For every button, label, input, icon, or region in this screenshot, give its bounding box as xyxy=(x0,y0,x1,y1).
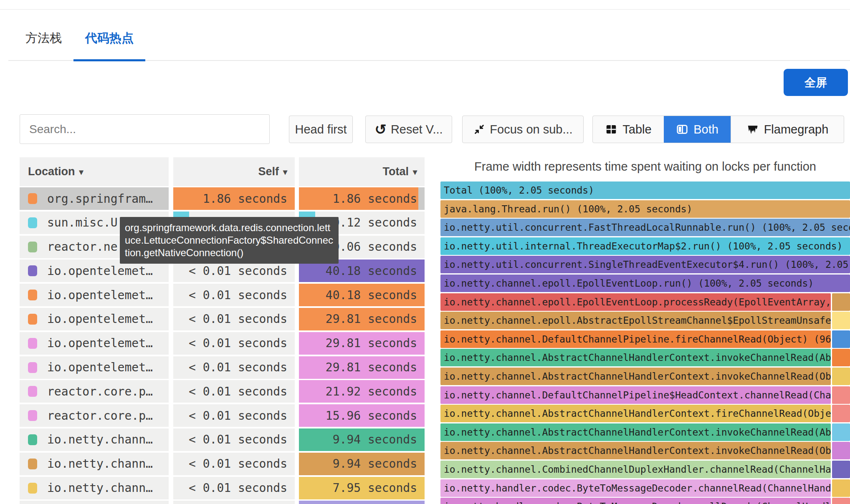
flame-frame-sibling[interactable] xyxy=(832,330,850,348)
function-color-swatch xyxy=(28,386,37,397)
self-cell[interactable]: < 0.01 seconds xyxy=(173,380,295,403)
flamegraph-row: io.netty.channel.AbstractChannelHandlerC… xyxy=(440,349,850,366)
flame-frame[interactable]: io.netty.channel.CombinedChannelDuplexHa… xyxy=(440,461,831,478)
location-cell[interactable]: io.netty.chann… xyxy=(20,477,169,499)
self-header-label: Self xyxy=(258,165,279,178)
table-row[interactable]: io.netty.chann…< 0.01 seconds9.94 second… xyxy=(20,453,427,475)
table-row[interactable]: reactor.core.p…< 0.01 seconds21.92 secon… xyxy=(20,380,427,403)
flame-frame[interactable]: io.netty.channel.AbstractChannelHandlerC… xyxy=(440,442,831,459)
flame-frame[interactable]: Total (100%, 2.05 seconds) xyxy=(440,181,850,199)
total-cell[interactable]: 9.94 seconds xyxy=(299,453,425,475)
location-cell[interactable]: io.opentelemet… xyxy=(20,356,169,379)
flame-frame-sibling[interactable] xyxy=(832,386,850,404)
location-label: io.opentelemet… xyxy=(47,360,153,374)
total-cell[interactable]: 15.96 seconds xyxy=(299,404,425,427)
view-table-button[interactable]: Table xyxy=(593,116,664,143)
flame-frame-sibling[interactable] xyxy=(832,293,850,311)
total-cell[interactable] xyxy=(299,501,425,504)
flame-frame-sibling[interactable] xyxy=(832,423,850,441)
location-cell[interactable]: org.springfram… xyxy=(20,187,169,210)
view-both-button[interactable]: Both xyxy=(664,116,731,143)
flame-frame[interactable]: io.netty.channel.epoll.EpollEventLoop.ru… xyxy=(440,275,850,292)
self-cell[interactable]: < 0.01 seconds xyxy=(173,284,295,306)
head-first-button[interactable]: Head first xyxy=(289,116,353,143)
tab-code-hotspots[interactable]: 代码热点 xyxy=(73,17,145,60)
location-cell[interactable]: reactor.core.p… xyxy=(20,404,169,427)
column-header-total[interactable]: Total ▾ xyxy=(299,157,425,186)
column-header-location[interactable]: Location ▾ xyxy=(20,157,169,186)
total-cell[interactable]: 29.81 seconds xyxy=(299,308,425,330)
table-row[interactable] xyxy=(20,501,427,504)
table-row[interactable]: io.opentelemet…< 0.01 seconds40.18 secon… xyxy=(20,284,427,306)
self-cell-value: < 0.01 seconds xyxy=(189,385,287,398)
flame-frame[interactable]: io.netty.util.concurrent.SingleThreadEve… xyxy=(440,256,850,273)
flame-frame-sibling[interactable] xyxy=(832,498,850,504)
self-cell[interactable]: < 0.01 seconds xyxy=(173,428,295,451)
flame-frame-sibling[interactable] xyxy=(832,479,850,497)
table-row[interactable]: io.netty.chann…< 0.01 seconds9.94 second… xyxy=(20,428,427,451)
flame-frame-sibling[interactable] xyxy=(832,405,850,422)
flame-frame[interactable]: io.netty.util.internal.ThreadExecutorMap… xyxy=(440,237,850,255)
self-cell[interactable]: 1.86 seconds xyxy=(173,187,295,210)
self-cell[interactable]: < 0.01 seconds xyxy=(173,453,295,475)
flamegraph-row: io.netty.channel.CombinedChannelDuplexHa… xyxy=(440,461,850,478)
function-color-swatch xyxy=(28,362,37,373)
self-cell[interactable] xyxy=(173,501,295,504)
self-cell[interactable]: < 0.01 seconds xyxy=(173,404,295,427)
function-color-swatch xyxy=(28,459,37,469)
total-cell[interactable]: 40.18 seconds xyxy=(299,284,425,306)
total-cell[interactable]: 29.81 seconds xyxy=(299,332,425,355)
fullscreen-button[interactable]: 全屏 xyxy=(784,69,848,96)
table-row[interactable]: io.opentelemet…< 0.01 seconds29.81 secon… xyxy=(20,332,427,355)
frame-tooltip: org.springframework.data.redis.connectio… xyxy=(120,217,339,264)
view-both-label: Both xyxy=(693,123,718,136)
table-row[interactable]: io.opentelemet…< 0.01 seconds29.81 secon… xyxy=(20,308,427,330)
total-cell[interactable]: 29.81 seconds xyxy=(299,356,425,379)
flame-frame[interactable]: io.netty.handler.codec.ByteToMessageDeco… xyxy=(440,479,831,497)
table-row[interactable]: org.springfram…1.86 seconds1.86 seconds xyxy=(20,187,427,210)
focus-subtree-button[interactable]: Focus on sub... xyxy=(462,116,584,143)
tab-method-stack[interactable]: 方法栈 xyxy=(14,17,73,60)
location-cell[interactable] xyxy=(20,501,169,504)
table-row[interactable]: reactor.core.p…< 0.01 seconds15.96 secon… xyxy=(20,404,427,427)
flame-frame[interactable]: io.netty.channel.AbstractChannelHandlerC… xyxy=(440,405,831,422)
self-cell[interactable]: < 0.01 seconds xyxy=(173,308,295,330)
flame-frame[interactable]: io.netty.channel.epoll.EpollEventLoop.pr… xyxy=(440,293,831,311)
location-cell[interactable]: io.netty.chann… xyxy=(20,428,169,451)
location-cell[interactable]: io.opentelemet… xyxy=(20,332,169,355)
reset-view-button[interactable]: ↺ Reset V... xyxy=(365,116,452,143)
location-cell[interactable]: reactor.core.p… xyxy=(20,380,169,403)
flame-frame-sibling[interactable] xyxy=(832,442,850,459)
flame-frame[interactable]: io.netty.channel.AbstractChannelHandlerC… xyxy=(440,423,831,441)
total-cell[interactable]: 9.94 seconds xyxy=(299,428,425,451)
flamegraph-icon xyxy=(746,123,759,136)
hotspot-table: Location ▾ Self ▾ Total ▾ org.springfram… xyxy=(20,157,427,504)
column-header-self[interactable]: Self ▾ xyxy=(173,157,295,186)
table-row[interactable]: io.netty.chann…< 0.01 seconds7.95 second… xyxy=(20,477,427,499)
flame-frame[interactable]: io.netty.channel.epoll.AbstractEpollStre… xyxy=(440,312,831,329)
total-cell[interactable]: 1.86 seconds xyxy=(299,187,425,210)
self-cell-value: < 0.01 seconds xyxy=(189,409,287,423)
table-row[interactable]: io.opentelemet…< 0.01 seconds29.81 secon… xyxy=(20,356,427,379)
view-flamegraph-button[interactable]: Flamegraph xyxy=(731,116,844,143)
location-cell[interactable]: io.opentelemet… xyxy=(20,308,169,330)
flame-frame[interactable]: io.netty.channel.AbstractChannelHandlerC… xyxy=(440,368,831,385)
flame-frame[interactable]: io.netty.util.concurrent.FastThreadLocal… xyxy=(440,219,850,236)
location-cell[interactable]: io.opentelemet… xyxy=(20,284,169,306)
self-cell[interactable]: < 0.01 seconds xyxy=(173,477,295,499)
flame-frame[interactable]: java.lang.Thread.run() (100%, 2.05 secon… xyxy=(440,200,850,218)
total-cell[interactable]: 21.92 seconds xyxy=(299,380,425,403)
self-cell[interactable]: < 0.01 seconds xyxy=(173,332,295,355)
flame-frame-sibling[interactable] xyxy=(832,349,850,366)
flame-frame-sibling[interactable] xyxy=(832,312,850,329)
search-input[interactable] xyxy=(20,114,270,144)
location-cell[interactable]: io.netty.chann… xyxy=(20,453,169,475)
flame-frame[interactable]: io.netty.handler.codec.ByteToMessageDeco… xyxy=(440,498,831,504)
total-cell[interactable]: 7.95 seconds xyxy=(299,477,425,499)
flame-frame[interactable]: io.netty.channel.DefaultChannelPipeline$… xyxy=(440,386,831,404)
flame-frame-sibling[interactable] xyxy=(832,368,850,385)
flame-frame-sibling[interactable] xyxy=(832,461,850,478)
flame-frame[interactable]: io.netty.channel.DefaultChannelPipeline.… xyxy=(440,330,831,348)
self-cell[interactable]: < 0.01 seconds xyxy=(173,356,295,379)
flame-frame[interactable]: io.netty.channel.AbstractChannelHandlerC… xyxy=(440,349,831,366)
